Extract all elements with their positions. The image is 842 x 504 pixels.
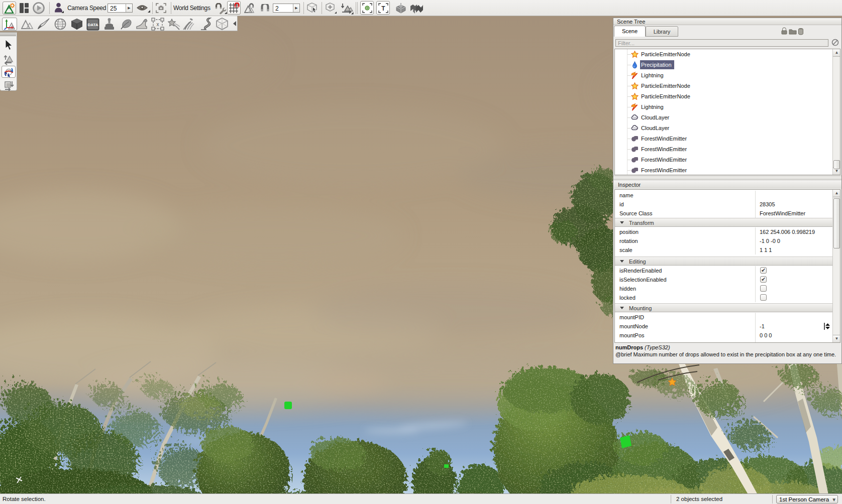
- svg-text:x: x: [157, 22, 159, 27]
- svg-text:DATA: DATA: [87, 23, 98, 27]
- svg-text:T: T: [381, 5, 385, 12]
